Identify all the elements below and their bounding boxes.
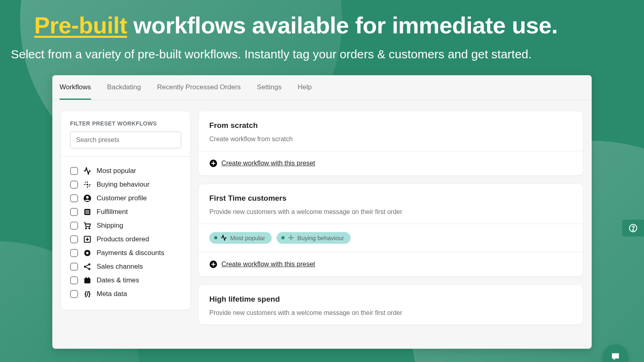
tab-workflows[interactable]: Workflows [60,75,91,100]
svg-point-36 [633,230,634,230]
help-tab-button[interactable] [622,220,644,237]
preset-desc: Create workflow from scratch [209,136,572,143]
preset-desc: Provide new customers with a welcome mes… [209,208,572,216]
filter-list: Most popular Buying behaviour [61,157,190,310]
svg-point-14 [89,228,90,229]
sparkle-icon [288,234,294,241]
preset-chips: Most popular Buying behaviour [199,224,583,252]
svg-rect-10 [85,210,89,211]
svg-rect-20 [85,278,91,283]
preset-title: First Time customers [209,194,572,203]
activity-icon [83,167,92,175]
filter-item-payments-discounts[interactable]: Payments & discounts [70,246,181,260]
filter-item-most-popular[interactable]: Most popular [70,164,181,178]
chat-button[interactable] [603,344,628,362]
svg-rect-6 [89,185,90,187]
svg-point-13 [85,228,87,229]
create-workflow-link[interactable]: Create workflow with this preset [221,159,315,167]
checkbox[interactable] [70,290,78,298]
checkbox[interactable] [70,249,78,257]
preset-action-row: Create workflow with this preset [199,252,583,276]
hero-title: Pre-built workflows available for immedi… [34,12,610,39]
gear-icon [83,249,92,257]
sparkle-icon [83,180,92,189]
filter-item-products-ordered[interactable]: Products ordered [70,232,181,246]
svg-rect-26 [213,161,214,165]
filter-card: FILTER PRESET WORKFLOWS Most popular [61,111,190,310]
checkbox[interactable] [70,181,78,189]
question-circle-icon [629,224,638,232]
filter-item-sales-channels[interactable]: Sales channels [70,260,181,274]
preset-high-lifetime-spend: High lifetime spend Provide new customer… [199,285,583,325]
filter-item-customer-profile[interactable]: Customer profile [70,191,181,205]
hero-highlight: Pre-built [34,12,127,38]
chip-label: Most popular [230,234,265,241]
svg-rect-21 [86,277,87,278]
filter-item-fulfillment[interactable]: Fulfillment [70,205,181,219]
filter-label: Products ordered [97,235,149,243]
tab-backdating[interactable]: Backdating [107,75,141,100]
svg-point-27 [290,237,291,239]
chip-most-popular[interactable]: Most popular [209,232,272,244]
preset-from-scratch: From scratch Create workflow from scratc… [199,111,583,175]
filter-label: Sales channels [97,263,143,271]
svg-rect-4 [89,184,91,185]
filter-item-meta-data[interactable]: {/} Meta data [70,287,181,301]
filter-label: Customer profile [97,194,147,202]
filter-label: Meta data [97,290,127,298]
filter-item-dates-times[interactable]: Dates & times [70,274,181,287]
chip-dot-icon [214,236,217,239]
hero-subtitle: Select from a variety of pre-built workf… [11,46,610,62]
cart-icon [83,221,92,230]
tab-recently-processed-orders[interactable]: Recently Processed Orders [157,75,241,100]
filter-label: Buying behaviour [97,181,149,189]
svg-rect-1 [87,181,88,183]
svg-rect-22 [88,277,89,278]
checkbox[interactable] [70,276,78,284]
preset-action-row: Create workflow with this preset [199,151,583,175]
code-icon: {/} [83,290,92,298]
filter-item-buying-behaviour[interactable]: Buying behaviour [70,178,181,191]
svg-point-17 [84,265,86,267]
chip-label: Buying behaviour [297,234,344,241]
list-icon [83,208,92,216]
calendar-icon [83,276,92,285]
svg-point-16 [86,252,89,254]
filter-label: Dates & times [97,276,139,284]
tab-settings[interactable]: Settings [257,75,281,100]
svg-rect-2 [87,186,88,188]
user-icon [83,194,92,203]
svg-point-19 [89,268,91,270]
checkbox[interactable] [70,194,78,202]
checkbox[interactable] [70,263,78,271]
checkbox[interactable] [70,222,78,230]
checkbox[interactable] [70,208,78,216]
svg-rect-30 [289,238,290,238]
preset-first-time-customers: First Time customers Provide new custome… [199,184,583,276]
svg-rect-11 [85,212,89,212]
plus-circle-icon [209,260,217,268]
svg-rect-29 [291,239,291,241]
filter-label: Fulfillment [97,208,128,216]
svg-point-18 [89,263,91,265]
search-input[interactable] [70,132,181,148]
app-panel: Workflows Backdating Recently Processed … [52,75,592,349]
svg-rect-34 [213,262,214,266]
svg-rect-12 [85,213,89,214]
chip-dot-icon [281,236,285,239]
create-workflow-link[interactable]: Create workflow with this preset [221,260,315,268]
tabs: Workflows Backdating Recently Processed … [52,75,592,100]
checkbox[interactable] [70,235,78,243]
filter-title: FILTER PRESET WORKFLOWS [61,111,190,132]
svg-rect-28 [291,235,291,237]
svg-rect-31 [292,238,293,238]
chip-buying-behaviour[interactable]: Buying behaviour [277,232,351,244]
checkbox[interactable] [70,167,78,175]
filter-item-shipping[interactable]: Shipping [70,219,181,232]
filter-label: Payments & discounts [97,249,164,257]
tab-help[interactable]: Help [298,75,312,100]
svg-point-8 [86,196,89,199]
hero-title-rest: workflows available for immediate use. [127,12,558,38]
plus-circle-icon [209,159,217,167]
activity-icon [221,234,227,241]
